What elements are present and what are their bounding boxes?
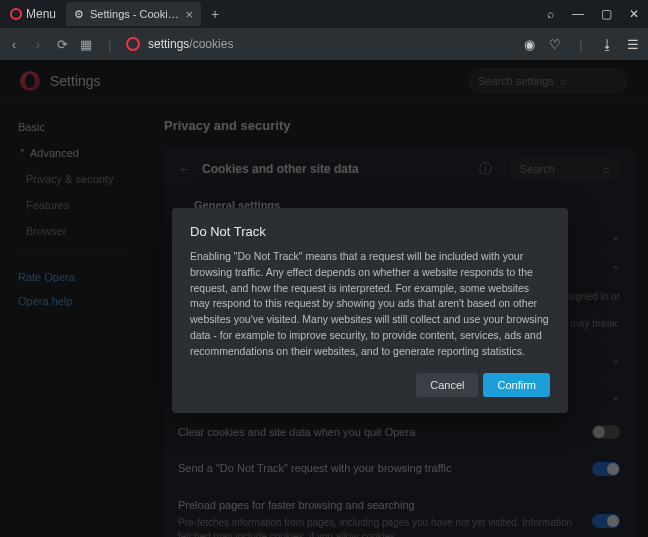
heart-icon[interactable]: ♡ <box>546 37 564 52</box>
search-icon[interactable]: ⌕ <box>536 7 564 21</box>
browser-tab[interactable]: ⚙ Settings - Cookies and oth × <box>66 2 201 26</box>
snapshot-icon[interactable]: ◉ <box>520 37 538 52</box>
menu-label: Menu <box>26 7 56 21</box>
divider: | <box>572 37 590 52</box>
dialog-actions: Cancel Confirm <box>190 373 550 397</box>
speed-dial-icon[interactable]: ▦ <box>78 37 94 52</box>
minimize-icon[interactable]: — <box>564 7 592 21</box>
maximize-icon[interactable]: ▢ <box>592 7 620 21</box>
back-icon[interactable]: ‹ <box>6 37 22 52</box>
dnt-dialog: Do Not Track Enabling "Do Not Track" mea… <box>172 208 568 413</box>
close-window-icon[interactable]: ✕ <box>620 7 648 21</box>
close-tab-icon[interactable]: × <box>185 7 193 22</box>
opera-icon <box>10 8 22 20</box>
dialog-title: Do Not Track <box>190 224 550 239</box>
gear-icon: ⚙ <box>74 8 84 21</box>
window-titlebar: Menu ⚙ Settings - Cookies and oth × + ⌕ … <box>0 0 648 28</box>
forward-icon[interactable]: › <box>30 37 46 52</box>
easy-setup-icon[interactable]: ☰ <box>624 37 642 52</box>
confirm-button[interactable]: Confirm <box>483 373 550 397</box>
url-path: /cookies <box>189 37 233 51</box>
reload-icon[interactable]: ⟳ <box>54 37 70 52</box>
cancel-button[interactable]: Cancel <box>416 373 478 397</box>
address-bar: ‹ › ⟳ ▦ | settings/cookies ◉ ♡ | ⭳ ☰ <box>0 28 648 60</box>
opera-icon <box>126 37 140 51</box>
download-icon[interactable]: ⭳ <box>598 37 616 52</box>
url-host: settings <box>148 37 189 51</box>
dialog-body: Enabling "Do Not Track" means that a req… <box>190 249 550 359</box>
new-tab-button[interactable]: + <box>201 6 229 22</box>
divider: | <box>102 37 118 52</box>
tab-title: Settings - Cookies and oth <box>90 8 179 20</box>
menu-button[interactable]: Menu <box>0 0 66 28</box>
address-url[interactable]: settings/cookies <box>148 37 233 51</box>
